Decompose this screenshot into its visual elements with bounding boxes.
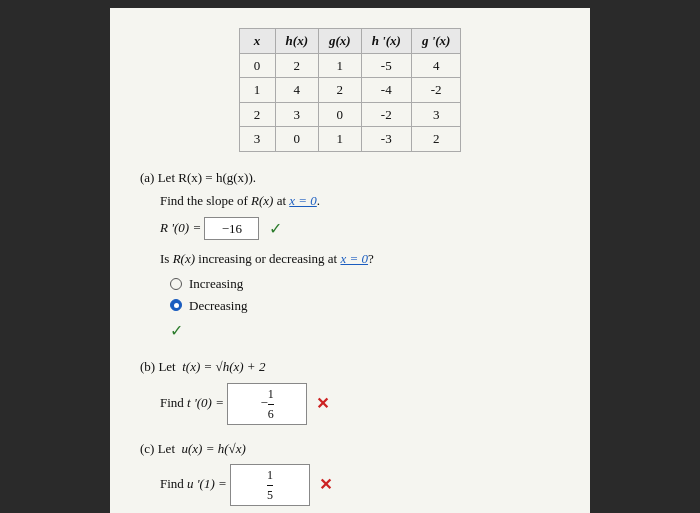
col-hpx: h '(x) [361, 29, 411, 54]
table-row: 3 0 1 -3 2 [239, 127, 461, 152]
part-b: (b) Let t(x) = √h(x) + 2 Find t '(0) = −… [140, 357, 560, 425]
col-hx: h(x) [275, 29, 318, 54]
data-table: x h(x) g(x) h '(x) g '(x) 0 2 1 -5 4 1 4… [239, 28, 462, 152]
check-decreasing: ✓ [170, 319, 560, 343]
increasing-question: Is R(x) increasing or decreasing at x = … [160, 249, 560, 269]
part-a-label: (a) Let R(x) = h(g(x)). [140, 168, 560, 188]
radio-group: Increasing Decreasing [170, 274, 560, 315]
x-icon-c: ✕ [319, 476, 332, 493]
table-row: 0 2 1 -5 4 [239, 53, 461, 78]
part-b-label: (b) Let t(x) = √h(x) + 2 [140, 357, 560, 377]
col-gx: g(x) [318, 29, 361, 54]
col-x: x [239, 29, 275, 54]
check-icon-a: ✓ [269, 220, 282, 237]
part-b-find: Find t '(0) = − 1 6 ✕ [160, 383, 560, 425]
check-icon-decreasing: ✓ [170, 322, 183, 339]
col-gpx: g '(x) [411, 29, 461, 54]
part-c: (c) Let u(x) = h(√x) Find u '(1) = 1 5 ✕ [140, 439, 560, 507]
option-decreasing[interactable]: Decreasing [170, 296, 560, 316]
part-c-find: Find u '(1) = 1 5 ✕ [160, 464, 560, 506]
r-prime-answer[interactable]: −16 [204, 217, 259, 241]
radio-decreasing[interactable] [170, 299, 182, 311]
fraction-b: 1 6 [268, 385, 274, 423]
table-row: 1 4 2 -4 -2 [239, 78, 461, 103]
radio-increasing[interactable] [170, 278, 182, 290]
part-a: (a) Let R(x) = h(g(x)). Find the slope o… [140, 168, 560, 344]
paper: x h(x) g(x) h '(x) g '(x) 0 2 1 -5 4 1 4… [110, 8, 590, 513]
t-prime-answer[interactable]: − 1 6 [227, 383, 307, 425]
option-increasing[interactable]: Increasing [170, 274, 560, 294]
part-a-answer-line: R '(0) = −16 ✓ [160, 217, 560, 241]
part-c-label: (c) Let u(x) = h(√x) [140, 439, 560, 459]
fraction-c: 1 5 [267, 466, 273, 504]
x-icon-b: ✕ [316, 395, 329, 412]
increasing-label: Increasing [189, 274, 243, 294]
u-prime-answer[interactable]: 1 5 [230, 464, 310, 506]
table-row: 2 3 0 -2 3 [239, 102, 461, 127]
part-a-find: Find the slope of R(x) at x = 0. [160, 191, 560, 211]
decreasing-label: Decreasing [189, 296, 247, 316]
